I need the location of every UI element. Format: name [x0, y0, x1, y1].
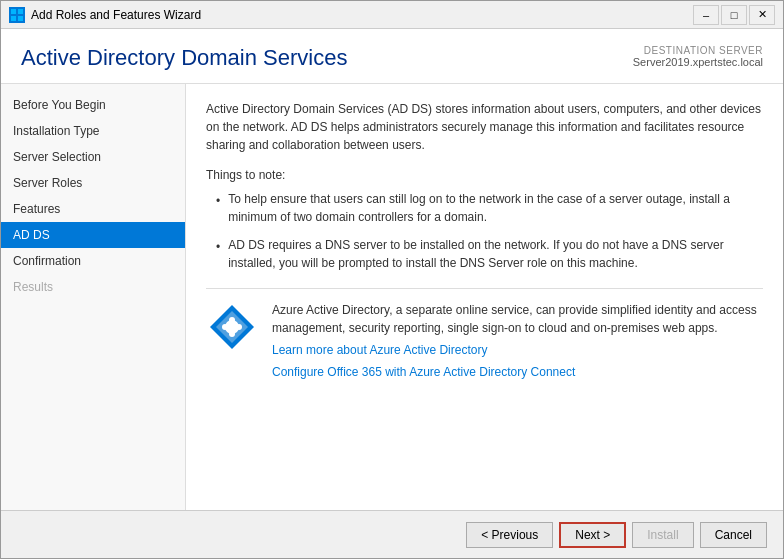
sidebar-item-before-you-begin[interactable]: Before You Begin — [1, 92, 185, 118]
next-button[interactable]: Next > — [559, 522, 626, 548]
svg-point-10 — [229, 331, 235, 337]
minimize-button[interactable]: – — [693, 5, 719, 25]
wizard-footer: < Previous Next > Install Cancel — [1, 510, 783, 558]
destination-label: DESTINATION SERVER — [633, 45, 763, 56]
title-bar: Add Roles and Features Wizard – □ ✕ — [1, 1, 783, 29]
sidebar: Before You Begin Installation Type Serve… — [1, 84, 186, 510]
content-area: Before You Begin Installation Type Serve… — [1, 84, 783, 510]
page-header: Active Directory Domain Services DESTINA… — [1, 29, 783, 84]
bullet-item-1: • To help ensure that users can still lo… — [216, 190, 763, 226]
window-title: Add Roles and Features Wizard — [31, 8, 693, 22]
things-note: Things to note: — [206, 168, 763, 182]
main-description: Active Directory Domain Services (AD DS)… — [206, 100, 763, 154]
svg-rect-3 — [18, 16, 23, 21]
section-divider — [206, 288, 763, 289]
azure-link-1[interactable]: Learn more about Azure Active Directory — [272, 341, 763, 359]
sidebar-item-ad-ds[interactable]: AD DS — [1, 222, 185, 248]
bullet-dot-2: • — [216, 238, 220, 256]
svg-point-9 — [236, 324, 242, 330]
install-button[interactable]: Install — [632, 522, 693, 548]
bullet-text-1: To help ensure that users can still log … — [228, 190, 763, 226]
svg-rect-1 — [18, 9, 23, 14]
previous-button[interactable]: < Previous — [466, 522, 553, 548]
sidebar-item-server-selection[interactable]: Server Selection — [1, 144, 185, 170]
bullet-item-2: • AD DS requires a DNS server to be inst… — [216, 236, 763, 272]
cancel-button[interactable]: Cancel — [700, 522, 767, 548]
bullet-text-2: AD DS requires a DNS server to be instal… — [228, 236, 763, 272]
main-content: Active Directory Domain Services (AD DS)… — [186, 84, 783, 510]
close-button[interactable]: ✕ — [749, 5, 775, 25]
sidebar-item-results: Results — [1, 274, 185, 300]
azure-link-2[interactable]: Configure Office 365 with Azure Active D… — [272, 363, 763, 381]
svg-rect-2 — [11, 16, 16, 21]
bullet-dot-1: • — [216, 192, 220, 210]
sidebar-item-server-roles[interactable]: Server Roles — [1, 170, 185, 196]
azure-description: Azure Active Directory, a separate onlin… — [272, 303, 757, 335]
azure-ad-icon — [206, 301, 258, 353]
window-controls: – □ ✕ — [693, 5, 775, 25]
destination-info: DESTINATION SERVER Server2019.xpertstec.… — [633, 45, 763, 68]
bullet-list: • To help ensure that users can still lo… — [216, 190, 763, 272]
svg-point-7 — [229, 317, 235, 323]
app-icon — [9, 7, 25, 23]
azure-text-block: Azure Active Directory, a separate onlin… — [272, 301, 763, 381]
destination-server-name: Server2019.xpertstec.local — [633, 56, 763, 68]
page-title: Active Directory Domain Services — [21, 45, 347, 71]
azure-section: Azure Active Directory, a separate onlin… — [206, 301, 763, 381]
svg-rect-0 — [11, 9, 16, 14]
svg-point-8 — [222, 324, 228, 330]
sidebar-item-confirmation[interactable]: Confirmation — [1, 248, 185, 274]
maximize-button[interactable]: □ — [721, 5, 747, 25]
sidebar-item-installation-type[interactable]: Installation Type — [1, 118, 185, 144]
sidebar-item-features[interactable]: Features — [1, 196, 185, 222]
wizard-window: Add Roles and Features Wizard – □ ✕ Acti… — [0, 0, 784, 559]
